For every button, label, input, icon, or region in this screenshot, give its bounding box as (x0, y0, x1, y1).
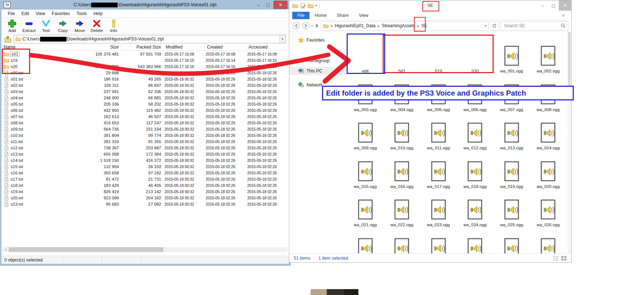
tile-wa_019.ogg[interactable]: wa_019.ogg (493, 151, 530, 189)
up-button[interactable] (314, 23, 319, 28)
tile-wa_012.ogg[interactable]: wa_012.ogg (457, 112, 494, 151)
add-button[interactable]: Add (4, 19, 21, 33)
tile-partial[interactable] (384, 228, 421, 255)
table-row[interactable]: s04.txt248 90066 8812015-05-18 00:322015… (1, 95, 289, 101)
scrollbar-thumb[interactable] (9, 247, 163, 252)
table-row[interactable]: s10.txt391 80499 7742015-05-18 00:322015… (1, 132, 289, 138)
tile-wa_009.ogg[interactable]: wa_009.ogg (347, 112, 384, 151)
scrollbar-thumb[interactable] (568, 32, 570, 88)
tile-wa_024.ogg[interactable]: wa_024.ogg (457, 189, 494, 228)
menu-item-edit[interactable]: Edit (18, 10, 32, 17)
recent-dropdown-icon[interactable]: ▾ (311, 24, 313, 28)
tab-share[interactable]: Share (332, 12, 354, 19)
sevenzip-titlebar[interactable]: 7z C:\Users\Downloads\Higurashi\Higurash… (1, 0, 289, 10)
table-row[interactable]: s19.txt826 419213 1422015-05-18 00:32201… (1, 188, 289, 195)
tile-wa_011.ogg[interactable]: wa_011.ogg (420, 112, 457, 151)
table-row[interactable]: s17.txt81 47221 7312015-05-18 00:322015-… (1, 176, 289, 182)
table-row[interactable]: s08.txt416 653117 2472015-05-18 00:32201… (1, 120, 289, 126)
sevenzip-address-bar[interactable]: C:\UsersDownloads\Higurashi\HigurashiPS3… (14, 35, 286, 43)
scroll-left-icon[interactable]: ‹ (3, 247, 9, 252)
table-row[interactable]: s12.txt738 367203 8872015-05-18 00:32201… (1, 145, 289, 151)
column-header-created[interactable]: Created (205, 44, 246, 51)
tile-S19[interactable]: S19 (420, 35, 457, 74)
tile-wa_003.ogg[interactable]: wa_003.ogg (347, 74, 384, 113)
column-header-name[interactable]: Name (1, 44, 85, 51)
minimize-button[interactable]: – (254, 1, 263, 8)
sidebar-item-favorites[interactable]: Favorites (289, 36, 347, 44)
tile-wa_026.ogg[interactable]: wa_026.ogg (530, 189, 567, 228)
column-header-packed-size[interactable]: Packed Size (121, 44, 164, 51)
sidebar-item-network[interactable]: Network (289, 81, 347, 89)
table-row[interactable]: s11.txt281 33381 3552015-05-18 00:322015… (1, 138, 289, 145)
table-row[interactable]: s13.txt606 058172 3842015-05-18 00:32201… (1, 151, 289, 157)
tile-wa_001.ogg[interactable]: wa_001.ogg (493, 35, 530, 74)
vertical-scrollbar[interactable] (568, 32, 571, 255)
table-row[interactable]: s01.txt186 91649 2652015-05-18 00:322015… (1, 76, 289, 82)
back-button[interactable] (292, 22, 300, 30)
tab-file[interactable]: File (292, 12, 310, 19)
list-header-row[interactable]: NameSizePacked SizeModifiedCreatedAccess… (1, 44, 289, 51)
table-row[interactable]: s01105 376 48197 591 7092015-05-17 16:08… (1, 51, 289, 57)
table-row[interactable]: s09.txt564 736151 3342015-05-18 00:32201… (1, 126, 289, 132)
forward-button[interactable] (302, 22, 310, 30)
qat-dropdown-icon[interactable]: ▾ (315, 4, 317, 7)
tile-wa_018.ogg[interactable]: wa_018.ogg (457, 151, 494, 189)
tile-wa_022.ogg[interactable]: wa_022.ogg (384, 189, 421, 228)
column-header-size[interactable]: Size (85, 44, 121, 51)
menu-item-help[interactable]: Help (90, 10, 106, 17)
move-button[interactable]: Move (71, 19, 88, 33)
table-row[interactable]: s16.txt355 65897 1622015-05-18 00:322015… (1, 170, 289, 176)
table-row[interactable]: s07.txt162 61346 5072015-05-18 00:322015… (1, 113, 289, 120)
table-row[interactable]: s06.txt432 950115 4822015-05-18 00:32201… (1, 107, 289, 113)
tile-wa_008.ogg[interactable]: wa_008.ogg (530, 74, 567, 113)
menu-item-view[interactable]: View (32, 10, 49, 17)
table-row[interactable]: s23.txt95 68327 0822015-05-18 00:322015-… (1, 201, 289, 207)
breadcrumb-item[interactable]: StreamingAssets (382, 23, 415, 28)
breadcrumb-separator-icon[interactable]: ▸ (417, 24, 419, 28)
tile-wa_005.ogg[interactable]: wa_005.ogg (420, 74, 457, 113)
maximize-button[interactable]: ▢ (548, 1, 559, 10)
breadcrumb-item[interactable]: HigurashiEp01_Data (335, 23, 376, 28)
horizontal-scrollbar[interactable]: ‹ (3, 247, 287, 252)
table-row[interactable]: s192015-05-17 16:152015-05-17 16:142015-… (1, 57, 289, 63)
tile-edit[interactable]: edit (347, 35, 384, 74)
new-folder-icon[interactable] (308, 3, 314, 8)
menu-item-file[interactable]: File (4, 10, 18, 17)
table-row[interactable]: s18.txt183 42946 4052015-05-18 00:322015… (1, 182, 289, 188)
sidebar-item-this-pc[interactable]: This PC (289, 67, 347, 75)
close-button[interactable]: ✕ (273, 1, 287, 9)
info-button[interactable]: Info (105, 19, 122, 33)
address-dropdown-icon[interactable]: ▾ (484, 24, 486, 28)
copy-button[interactable]: Copy (54, 19, 71, 33)
extract-button[interactable]: Extract (21, 19, 37, 33)
address-dropdown-icon[interactable]: ▾ (279, 35, 286, 43)
table-row[interactable]: s20580 093 725543 383 9662015-05-17 16:1… (1, 63, 289, 70)
table-row[interactable]: s05.txt205 33658 2022015-05-18 00:322015… (1, 101, 289, 107)
maximize-button[interactable]: ▢ (263, 1, 273, 8)
minimize-button[interactable]: – (537, 1, 548, 10)
tile-wa_007.ogg[interactable]: wa_007.ogg (493, 74, 530, 113)
tile-wa_014.ogg[interactable]: wa_014.ogg (530, 112, 567, 151)
view-list-icon[interactable] (553, 256, 559, 261)
breadcrumb-item[interactable]: SE (421, 23, 427, 28)
tile-partial[interactable] (420, 228, 457, 255)
tile-wa_016.ogg[interactable]: wa_016.ogg (384, 151, 421, 189)
column-header-modified[interactable]: Modified (164, 44, 205, 51)
menu-item-favorites[interactable]: Favorites (49, 10, 73, 17)
view-thumbnails-icon[interactable] (561, 256, 567, 261)
refresh-button[interactable] (490, 21, 499, 31)
address-bar[interactable]: « HigurashiEp01_Data▸StreamingAssets▸SE … (321, 21, 489, 31)
tab-view[interactable]: View (354, 12, 373, 19)
column-header-accessed[interactable]: Accessed (246, 44, 287, 51)
table-row[interactable]: s02.txt326 31186 6972015-05-18 00:322015… (1, 82, 289, 88)
tile-wa_010.ogg[interactable]: wa_010.ogg (384, 112, 421, 151)
table-row[interactable]: s03.txt237 58162 3362015-05-18 00:322015… (1, 88, 289, 95)
tile-S20[interactable]: S20 (457, 35, 494, 74)
table-row[interactable]: s14.txt1 518 150416 3722015-05-18 00:322… (1, 157, 289, 163)
ribbon-collapse-icon[interactable]: ∨ (562, 13, 565, 17)
tile-partial[interactable] (347, 228, 384, 255)
tile-wa_013.ogg[interactable]: wa_013.ogg (493, 112, 530, 151)
delete-button[interactable]: Delete (88, 19, 105, 33)
tile-wa_021.ogg[interactable]: wa_021.ogg (347, 189, 384, 228)
tile-wa_017.ogg[interactable]: wa_017.ogg (420, 151, 457, 189)
